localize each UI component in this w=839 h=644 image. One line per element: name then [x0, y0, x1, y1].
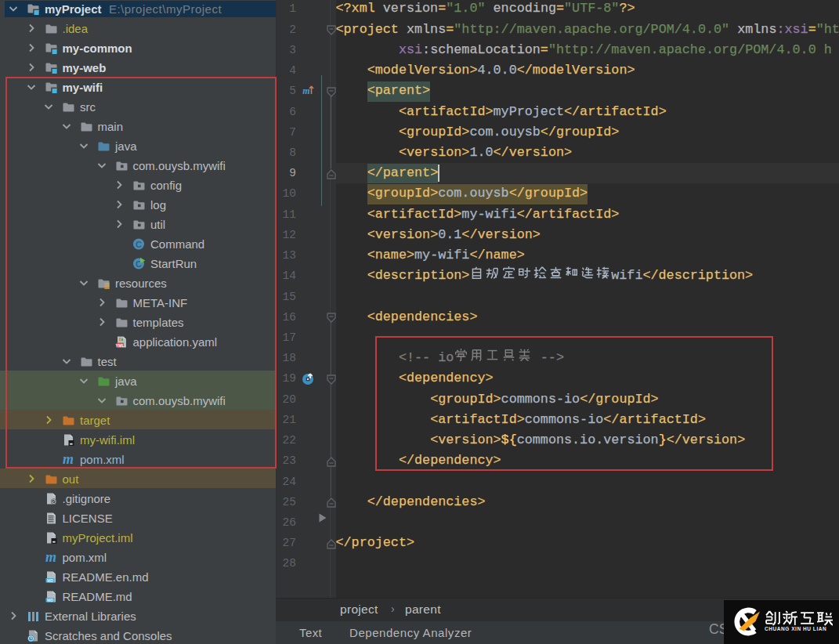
svg-text:MD: MD — [46, 598, 52, 602]
svg-text:MD: MD — [46, 578, 52, 583]
svg-text:m: m — [45, 551, 56, 564]
svg-text:m: m — [302, 85, 309, 96]
